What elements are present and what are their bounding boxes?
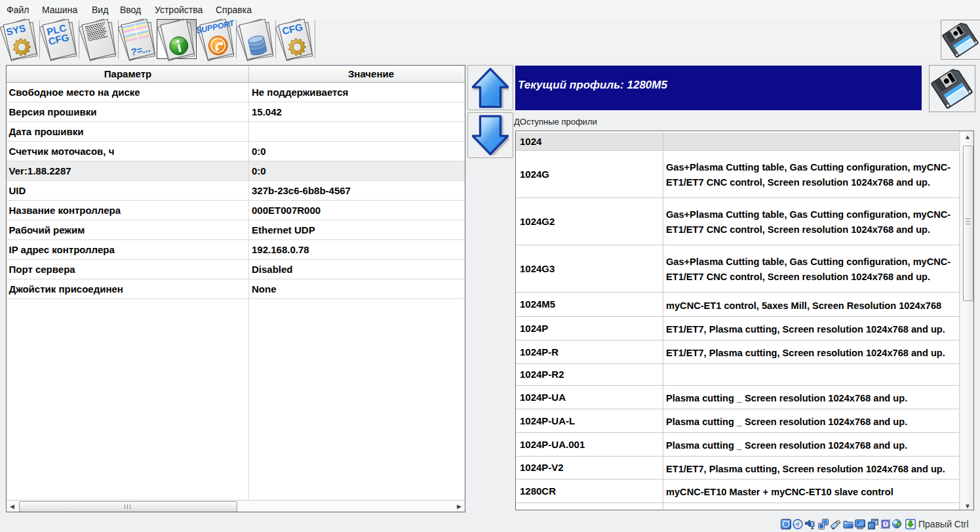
svg-text:U: U — [884, 522, 887, 527]
